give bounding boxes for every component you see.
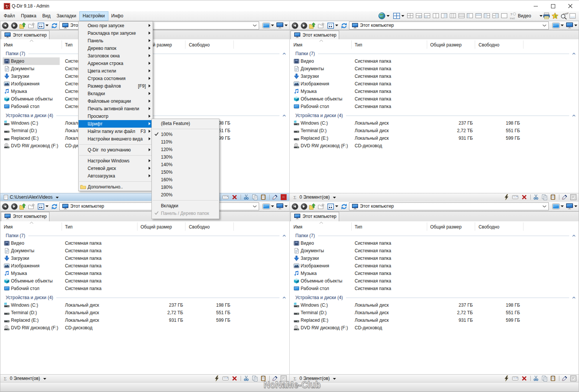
file-row-Документы[interactable]: ДокументыСистемная папка — [290, 65, 579, 73]
paste-icon[interactable] — [550, 194, 556, 200]
rename-icon[interactable] — [512, 194, 518, 200]
menu-item-дерево-папок[interactable]: Дерево папок — [79, 45, 153, 52]
font-menu-item-панель-дерево-папок[interactable]: Панель / Дерево папок — [152, 210, 219, 217]
font-menu-item-100%[interactable]: 100% — [152, 131, 219, 138]
status-dropdown-icon[interactable] — [333, 378, 336, 380]
back-icon[interactable] — [292, 22, 298, 29]
delete-icon[interactable] — [521, 194, 527, 200]
menu-item-панель[interactable]: Панель — [79, 37, 153, 45]
inet-icon[interactable]: ?inet — [510, 12, 518, 20]
edit-icon[interactable] — [562, 375, 568, 381]
menubar-item-настройки[interactable]: Настройки — [79, 11, 108, 21]
group-collapse-icon[interactable] — [572, 296, 576, 299]
file-row-Объемные объекты[interactable]: Объемные объектыСистемная папка — [290, 95, 579, 103]
column-type[interactable]: Тип — [65, 221, 73, 233]
file-row-Windows (C:)[interactable]: Windows (C:)Локальный диск237 ГБ198 ГБ — [0, 301, 289, 309]
font-menu-item-(beta-feature)[interactable]: (Beta Feature) — [152, 120, 219, 127]
column-type[interactable]: Тип — [65, 39, 73, 51]
file-row-Загрузки[interactable]: ЗагрузкиСистемная папка — [290, 255, 579, 262]
file-row-Загрузки[interactable]: ЗагрузкиСистемная папка — [0, 255, 289, 262]
address-dropdown-icon[interactable] — [253, 205, 257, 208]
menu-item-дополнительно-[interactable]: Дополнительно.. — [79, 183, 153, 191]
column-total-size[interactable]: Общий размер — [430, 39, 462, 51]
cut-icon[interactable] — [243, 194, 249, 200]
back-icon[interactable] — [2, 22, 9, 29]
font-menu-item-200%[interactable]: 200% — [152, 191, 219, 199]
delete-icon[interactable] — [521, 375, 527, 381]
monitor-layout-icon[interactable] — [276, 22, 284, 29]
file-row-Видео[interactable]: ВидеоСистемная папка — [290, 239, 579, 247]
menu-item-файловые-операции[interactable]: Файловые операции — [79, 97, 153, 105]
group-collapse-icon[interactable] — [283, 235, 286, 237]
group-header[interactable]: Устройства и диски (4) — [290, 294, 579, 301]
status-dropdown-icon[interactable] — [43, 378, 46, 380]
layout-preset-single-icon[interactable] — [501, 13, 507, 18]
menubar-item-закладки[interactable]: Закладки — [54, 11, 79, 21]
up-icon[interactable] — [309, 203, 316, 210]
group-header[interactable]: Устройства и диски (4) — [290, 112, 579, 119]
layout-preset-bottom-split-icon[interactable] — [424, 13, 430, 18]
layout-preset-right-small-icon[interactable] — [441, 13, 447, 18]
menu-item-размер-файлов[interactable]: Размер файлов[F9] — [79, 82, 153, 90]
layout-preset-h-stripes-icon[interactable] — [459, 13, 465, 18]
maximize-button[interactable] — [544, 0, 562, 12]
cut-icon[interactable] — [533, 375, 539, 381]
favorites-dropdown-icon[interactable] — [539, 15, 543, 17]
menu-item-раскладка-при-запуске[interactable]: Раскладка при запуске — [79, 29, 153, 37]
delete-icon[interactable] — [232, 194, 238, 200]
file-row-Изображения[interactable]: ИзображенияСистемная папка — [0, 262, 289, 270]
group-header[interactable]: Папки (7) — [290, 232, 579, 239]
up-icon[interactable] — [19, 22, 26, 29]
screen-split-icon[interactable] — [262, 204, 270, 210]
layout-preset-bottom-right-icon[interactable] — [416, 13, 422, 18]
copy-icon[interactable] — [252, 375, 258, 381]
column-name[interactable]: Имя — [4, 39, 12, 51]
refresh-icon[interactable] — [341, 203, 347, 210]
layout-preset-quad-icon[interactable] — [407, 13, 413, 18]
menubar-item-вид[interactable]: Вид — [39, 11, 54, 21]
pane-indicator-gray-icon[interactable] — [570, 194, 576, 200]
panel-toggle-icon[interactable] — [570, 13, 576, 19]
column-free[interactable]: Свободно — [479, 39, 499, 51]
copy-icon[interactable] — [252, 194, 258, 200]
layout-preset-v-split-icon[interactable] — [433, 13, 439, 18]
paste-icon[interactable] — [261, 194, 267, 200]
file-row-Windows (C:)[interactable]: Windows (C:)Локальный диск237 ГБ198 ГБ — [290, 119, 579, 127]
status-text[interactable]: 0 Элемент(ов) — [300, 193, 336, 201]
menubar-item-правка[interactable]: Правка — [18, 11, 40, 21]
file-row-Windows (C:)[interactable]: Windows (C:)Локальный диск237 ГБ198 ГБ — [290, 301, 579, 309]
back-icon[interactable] — [2, 203, 9, 210]
file-row-Рабочий стол[interactable]: Рабочий столСистемная папка — [290, 103, 579, 110]
group-header[interactable]: Устройства и диски (4) — [0, 294, 289, 301]
horizontal-pane-divider[interactable] — [0, 201, 579, 202]
forward-icon[interactable] — [11, 203, 18, 210]
rename-icon[interactable] — [222, 194, 229, 200]
rename-icon[interactable] — [512, 375, 518, 381]
column-type[interactable]: Тип — [355, 221, 362, 233]
column-name[interactable]: Имя — [4, 221, 12, 233]
column-type[interactable]: Тип — [355, 39, 362, 51]
flash-icon[interactable] — [503, 194, 510, 200]
paste-icon[interactable] — [550, 375, 556, 381]
layout-preset-v-stripes-icon[interactable] — [450, 13, 456, 18]
column-name[interactable]: Имя — [293, 39, 302, 51]
refresh-icon[interactable] — [51, 203, 58, 210]
font-menu-item-150%[interactable]: 150% — [152, 168, 219, 176]
layout-preset-top-split-icon[interactable] — [476, 13, 482, 18]
flash-icon[interactable] — [503, 375, 510, 381]
column-free[interactable]: Свободно — [189, 39, 210, 51]
column-free[interactable]: Свободно — [479, 221, 499, 233]
file-row-DVD RW дисковод (F:)[interactable]: DVD RW дисковод (F:)CD-дисковод — [290, 324, 579, 332]
menu-item-автозагрузка[interactable]: Автозагрузка — [79, 172, 153, 180]
group-collapse-icon[interactable] — [283, 114, 286, 117]
view-mode-icon[interactable] — [327, 204, 334, 210]
menu-item-вкладки[interactable]: Вкладки — [79, 90, 153, 97]
view-mode-icon[interactable] — [38, 23, 44, 29]
globe-dropdown-icon[interactable] — [386, 15, 390, 17]
menu-item-заголовок-окна[interactable]: Заголовок окна — [79, 52, 153, 60]
column-total-size[interactable]: Общий размер — [430, 221, 462, 233]
file-row-Terminal (D:)[interactable]: Terminal (D:)Локальный диск2,72 ТБ551 ГБ — [290, 127, 579, 134]
zoom-icon[interactable]: zoom — [560, 12, 568, 20]
tab-this-computer[interactable]: Этот компьютер — [290, 31, 339, 39]
menu-item-окно-при-запуске[interactable]: Окно при запуске — [79, 22, 153, 29]
